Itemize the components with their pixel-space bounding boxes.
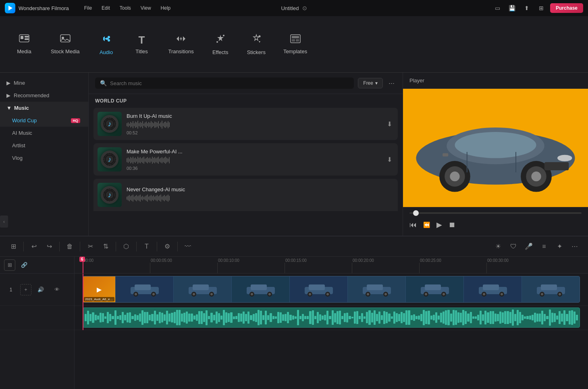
voice-button[interactable]: 〰 bbox=[181, 240, 195, 253]
playhead[interactable]: 6 bbox=[83, 257, 83, 273]
sidebar-artlist[interactable]: Artlist bbox=[0, 139, 88, 152]
vinyl-disc: ♪ bbox=[101, 115, 118, 133]
undo-button[interactable]: ↩ bbox=[27, 240, 41, 253]
audio-waveform-bar bbox=[544, 314, 546, 322]
audio-waveform-bar bbox=[482, 314, 484, 321]
menu-help[interactable]: Help bbox=[157, 4, 175, 13]
sidebar-mine[interactable]: ▶ Mine bbox=[0, 77, 88, 89]
sidebar-recommended[interactable]: ▶ Recommended bbox=[0, 89, 88, 102]
menu-tools[interactable]: Tools bbox=[116, 4, 135, 13]
delete-button[interactable]: 🗑 bbox=[63, 240, 77, 253]
download-icon[interactable]: ⬇ bbox=[385, 119, 394, 130]
menu-file[interactable]: File bbox=[80, 4, 96, 13]
text-button[interactable]: T bbox=[140, 240, 154, 253]
audio-waveform-bar bbox=[371, 313, 373, 322]
audio-waveform-bar bbox=[576, 315, 578, 320]
audio-waveform-bar bbox=[85, 314, 87, 322]
audio-clip[interactable] bbox=[83, 307, 580, 328]
audio-waveform-bar bbox=[174, 312, 176, 323]
free-filter-button[interactable]: Free ▾ bbox=[358, 78, 383, 88]
sidebar-ai-music[interactable]: AI Music bbox=[0, 127, 88, 139]
cut-button[interactable]: ✂ bbox=[83, 240, 97, 253]
waveform-bar bbox=[148, 197, 149, 200]
progress-bar[interactable] bbox=[409, 212, 582, 214]
search-input[interactable] bbox=[110, 80, 349, 86]
add-track-button[interactable]: ⊞ bbox=[4, 259, 15, 271]
music-item[interactable]: ♪ Make Me Powerful-AI ... 00:36 ⬇ bbox=[93, 143, 398, 176]
tool-audio[interactable]: Audio bbox=[90, 29, 123, 59]
grid-view-button[interactable]: ⊞ bbox=[6, 240, 20, 253]
stop-button[interactable]: ⏹ bbox=[449, 221, 456, 229]
waveform-bar bbox=[135, 157, 136, 163]
download-icon[interactable]: ⬇ bbox=[385, 154, 394, 165]
tool-stickers[interactable]: Stickers bbox=[240, 29, 273, 59]
save-icon[interactable]: 💾 bbox=[507, 2, 518, 14]
waveform-bar bbox=[153, 158, 154, 163]
sidebar-music[interactable]: ▼ Music bbox=[0, 102, 88, 114]
audio-waveform-bar bbox=[423, 310, 425, 326]
audio-waveform-bar bbox=[247, 312, 249, 324]
split-audio-button[interactable]: ⇅ bbox=[99, 240, 112, 253]
more-options-button[interactable]: ··· bbox=[387, 79, 396, 88]
sidebar-world-cup[interactable]: World Cup HQ bbox=[0, 114, 88, 127]
recommended-arrow: ▶ bbox=[6, 92, 10, 98]
sparkle-icon[interactable]: ✦ bbox=[553, 240, 566, 253]
audio-waveform-bar bbox=[522, 315, 524, 320]
progress-handle[interactable] bbox=[413, 210, 419, 216]
volume-icon[interactable]: 🔊 bbox=[34, 283, 48, 297]
video-track-label: 1 + 🔊 👁 bbox=[0, 274, 74, 306]
link-tracks-button[interactable]: 🔗 bbox=[19, 259, 30, 271]
music-item[interactable]: ♪ Never Changed-AI music bbox=[93, 179, 398, 211]
mic-icon[interactable]: 🎤 bbox=[522, 240, 536, 253]
list-icon[interactable]: ≡ bbox=[537, 240, 551, 253]
audio-waveform-bar bbox=[366, 312, 368, 323]
menu-view[interactable]: View bbox=[137, 4, 155, 13]
audio-waveform-bar bbox=[151, 314, 153, 321]
brightness-icon[interactable]: ☀ bbox=[491, 240, 505, 253]
purchase-button[interactable]: Purchase bbox=[550, 3, 583, 13]
tool-transitions[interactable]: Transitions bbox=[161, 30, 201, 59]
audio-waveform-bar bbox=[176, 310, 178, 325]
audio-waveform-bar bbox=[529, 316, 531, 320]
sidebar-vlog[interactable]: Vlog bbox=[0, 152, 88, 164]
audio-waveform-bar bbox=[317, 312, 319, 324]
tune-button[interactable]: ⚙ bbox=[160, 240, 174, 253]
audio-waveform-bar bbox=[258, 310, 260, 325]
divider bbox=[59, 242, 60, 251]
video-clip[interactable]: ▶ 2023_Audi_A6_e-tron bbox=[83, 276, 580, 303]
audio-waveform-bar bbox=[186, 312, 188, 324]
monitor-icon[interactable]: ▭ bbox=[492, 2, 503, 14]
tool-stock-media[interactable]: Stock Media bbox=[44, 30, 87, 59]
play-button[interactable]: ▶ bbox=[436, 220, 442, 229]
menu-edit[interactable]: Edit bbox=[98, 4, 114, 13]
tool-media[interactable]: Media bbox=[8, 30, 40, 59]
audio-waveform-bar bbox=[467, 314, 469, 322]
timeline-content[interactable]: 6 00:0000:00:05:0000:00:10:0000:00:15:00… bbox=[75, 257, 588, 389]
tool-effects[interactable]: Effects bbox=[204, 29, 237, 59]
sidebar-collapse-button[interactable]: ‹ bbox=[0, 215, 8, 228]
upload-icon[interactable]: ⬆ bbox=[521, 2, 532, 14]
audio-waveform-bar bbox=[359, 316, 361, 320]
sidebar-container: ▶ Mine ▶ Recommended ▼ Music World Cup H… bbox=[0, 73, 89, 236]
shield-icon[interactable]: 🛡 bbox=[507, 240, 520, 253]
more-timeline-icon[interactable]: ⋯ bbox=[568, 240, 582, 253]
music-item[interactable]: ♪ Burn It Up-AI music 00:52 ⬇ bbox=[93, 108, 398, 140]
waveform-bar bbox=[163, 158, 164, 162]
audio-waveform-bar bbox=[487, 312, 489, 323]
tool-titles[interactable]: T Titles bbox=[126, 30, 158, 59]
tool-templates[interactable]: Templates bbox=[276, 30, 314, 59]
step-back-button[interactable]: ⏮ bbox=[409, 221, 417, 229]
audio-waveform-bar bbox=[435, 312, 437, 323]
eye-icon[interactable]: 👁 bbox=[50, 283, 64, 297]
audio-waveform-bar bbox=[102, 313, 104, 322]
layout-icon[interactable]: ⊞ bbox=[536, 2, 547, 14]
frame-back-button[interactable]: ⏪ bbox=[423, 222, 430, 228]
audio-waveform-bar bbox=[440, 313, 442, 322]
audio-waveform-bar bbox=[89, 314, 91, 322]
redo-button[interactable]: ↪ bbox=[42, 240, 56, 253]
audio-waveform-bar bbox=[430, 316, 432, 319]
tag-button[interactable]: ⬡ bbox=[119, 240, 133, 253]
audio-waveform-bar bbox=[201, 311, 203, 324]
add-media-button[interactable]: + bbox=[20, 284, 31, 295]
audio-waveform-bar bbox=[509, 312, 511, 324]
